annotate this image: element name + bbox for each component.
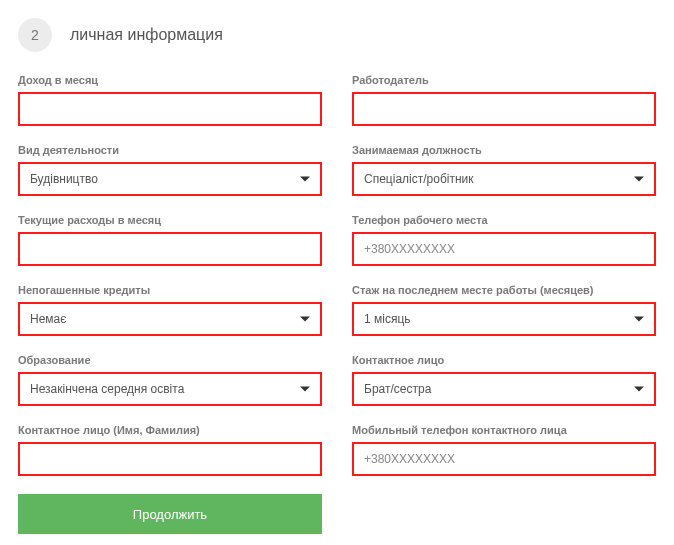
loans-value: Немає bbox=[30, 312, 66, 326]
label-contact-phone: Мобильный телефон контактного лица bbox=[352, 424, 656, 436]
income-input[interactable] bbox=[18, 92, 322, 126]
education-select[interactable]: Незакінчена середня освіта bbox=[18, 372, 322, 406]
field-tenure: Стаж на последнем месте работы (месяцев)… bbox=[352, 284, 656, 336]
field-contact-person: Контактное лицо Брат/сестра bbox=[352, 354, 656, 406]
step-header: 2 личная информация bbox=[18, 18, 656, 52]
step-number-badge: 2 bbox=[18, 18, 52, 52]
loans-select[interactable]: Немає bbox=[18, 302, 322, 336]
step-number: 2 bbox=[31, 27, 39, 43]
label-contact-name: Контактное лицо (Имя, Фамилия) bbox=[18, 424, 322, 436]
label-income: Доход в месяц bbox=[18, 74, 322, 86]
label-contact-person: Контактное лицо bbox=[352, 354, 656, 366]
work-phone-placeholder: +380XXXXXXXX bbox=[364, 242, 455, 256]
contact-phone-input[interactable]: +380XXXXXXXX bbox=[352, 442, 656, 476]
label-tenure: Стаж на последнем месте работы (месяцев) bbox=[352, 284, 656, 296]
employer-input[interactable] bbox=[352, 92, 656, 126]
field-activity: Вид деятельности Будівництво bbox=[18, 144, 322, 196]
label-activity: Вид деятельности bbox=[18, 144, 322, 156]
field-income: Доход в месяц bbox=[18, 74, 322, 126]
contact-person-value: Брат/сестра bbox=[364, 382, 431, 396]
tenure-select[interactable]: 1 місяць bbox=[352, 302, 656, 336]
contact-person-select[interactable]: Брат/сестра bbox=[352, 372, 656, 406]
field-expenses: Текущие расходы в месяц bbox=[18, 214, 322, 266]
label-work-phone: Телефон рабочего места bbox=[352, 214, 656, 226]
field-loans: Непогашенные кредиты Немає bbox=[18, 284, 322, 336]
activity-select[interactable]: Будівництво bbox=[18, 162, 322, 196]
label-position: Занимаемая должность bbox=[352, 144, 656, 156]
field-education: Образование Незакінчена середня освіта bbox=[18, 354, 322, 406]
contact-name-input[interactable] bbox=[18, 442, 322, 476]
contact-phone-placeholder: +380XXXXXXXX bbox=[364, 452, 455, 466]
position-select[interactable]: Спеціаліст/робітник bbox=[352, 162, 656, 196]
field-contact-phone: Мобильный телефон контактного лица +380X… bbox=[352, 424, 656, 476]
label-education: Образование bbox=[18, 354, 322, 366]
label-employer: Работодатель bbox=[352, 74, 656, 86]
work-phone-input[interactable]: +380XXXXXXXX bbox=[352, 232, 656, 266]
label-loans: Непогашенные кредиты bbox=[18, 284, 322, 296]
tenure-value: 1 місяць bbox=[364, 312, 411, 326]
expenses-input[interactable] bbox=[18, 232, 322, 266]
field-position: Занимаемая должность Спеціаліст/робітник bbox=[352, 144, 656, 196]
field-work-phone: Телефон рабочего места +380XXXXXXXX bbox=[352, 214, 656, 266]
continue-label: Продолжить bbox=[133, 507, 207, 522]
position-value: Спеціаліст/робітник bbox=[364, 172, 474, 186]
label-expenses: Текущие расходы в месяц bbox=[18, 214, 322, 226]
continue-button[interactable]: Продолжить bbox=[18, 494, 322, 534]
field-contact-name: Контактное лицо (Имя, Фамилия) bbox=[18, 424, 322, 476]
form-grid: Доход в месяц Работодатель Вид деятельно… bbox=[18, 74, 656, 476]
field-employer: Работодатель bbox=[352, 74, 656, 126]
activity-value: Будівництво bbox=[30, 172, 98, 186]
page-title: личная информация bbox=[70, 26, 223, 44]
education-value: Незакінчена середня освіта bbox=[30, 382, 184, 396]
